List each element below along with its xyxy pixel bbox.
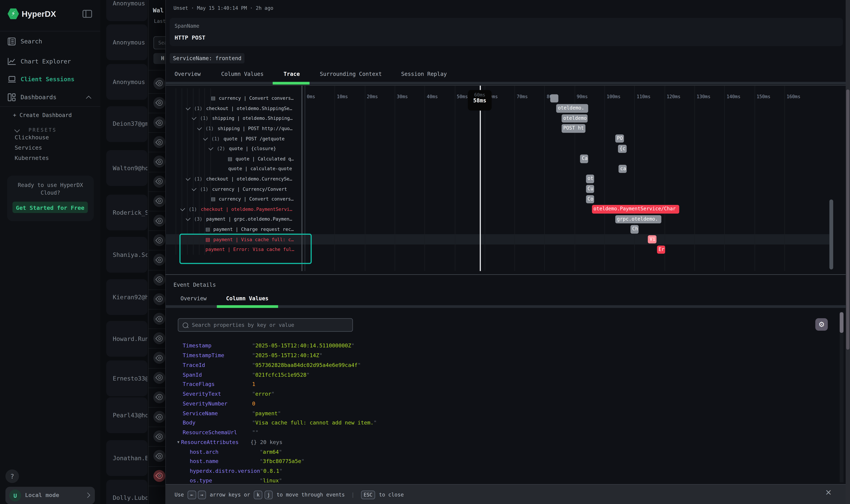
session-filter-chip[interactable]: H	[153, 53, 166, 64]
sidebar-item-search[interactable]: Search	[0, 35, 100, 47]
expand-caret-icon[interactable]: ▾	[177, 440, 179, 445]
chevron-down-icon[interactable]	[192, 185, 196, 191]
property-search-input[interactable]: Search properties by key or value	[178, 318, 353, 332]
trace-row[interactable]: (1)currency | Currency/Convert	[192, 184, 287, 194]
trace-row[interactable]: (1)checkout | oteldemo.PaymentServi…	[181, 204, 292, 214]
collapse-sidebar-icon[interactable]	[82, 10, 92, 18]
span-bar[interactable]: Cu	[586, 185, 594, 193]
presets-toggle[interactable]: PRESETS	[15, 124, 57, 134]
span-bar[interactable]: ca	[619, 165, 627, 173]
session-search-input[interactable]: Sea	[153, 36, 166, 49]
span-bar[interactable]: POST ht	[562, 124, 585, 133]
location-pin-event[interactable]	[153, 450, 165, 462]
trace-row[interactable]: (1)checkout | oteldemo.ShippingSe…	[186, 103, 292, 113]
session-card[interactable]: Dolly.Lubo	[106, 480, 147, 504]
trace-row[interactable]: (1)shipping | POST http://quo…	[197, 124, 292, 133]
create-dashboard-button[interactable]: + Create Dashboard	[13, 112, 72, 118]
span-bar[interactable]	[550, 94, 558, 102]
chevron-down-icon[interactable]	[186, 216, 191, 221]
span-bar[interactable]: grpc.oteldemo.	[615, 215, 661, 223]
chevron-down-icon[interactable]	[186, 176, 191, 181]
local-mode-menu[interactable]: U Local mode	[5, 487, 95, 504]
sidebar-preset-kubernetes[interactable]: Kubernetes	[15, 155, 49, 161]
chevron-down-icon[interactable]	[203, 135, 208, 141]
chevron-down-icon[interactable]	[209, 145, 213, 151]
trace-row[interactable]: quote | calculate-quote	[228, 164, 292, 174]
session-card[interactable]: Pearl43@ho	[106, 397, 147, 433]
chevron-down-icon[interactable]	[192, 115, 196, 120]
location-pin-event[interactable]	[153, 97, 165, 109]
span-bar[interactable]: oteldemo.PaymentService/Char	[592, 205, 680, 213]
session-card[interactable]: Ernesto33@	[106, 360, 147, 396]
tab-column-values[interactable]: Column Values	[226, 295, 268, 301]
sidebar-preset-services[interactable]: Services	[15, 144, 42, 151]
location-pin-event[interactable]	[153, 77, 165, 89]
span-bar[interactable]: ot	[586, 175, 594, 183]
chevron-down-icon[interactable]	[181, 205, 185, 211]
trace-row[interactable]: (2)quote | {closure}	[209, 144, 276, 154]
session-card[interactable]: Howard.Run	[106, 321, 147, 357]
sidebar-preset-clickhouse[interactable]: Clickhouse	[15, 134, 49, 140]
location-pin-event[interactable]	[153, 195, 165, 207]
location-pin-event[interactable]	[153, 156, 165, 167]
session-card[interactable]: Kieran92@h	[106, 279, 147, 315]
session-card[interactable]: Roderick_S	[106, 195, 147, 230]
location-pin-event[interactable]	[153, 176, 165, 187]
trace-row[interactable]: ▤currency | Convert convers…	[211, 194, 294, 204]
drawer-scrollbar-thumb[interactable]	[846, 89, 849, 350]
span-bar[interactable]: oteldemo.	[556, 104, 588, 112]
trace-row[interactable]: (3)payment | grpc.oteldemo.Paymen…	[186, 214, 292, 224]
trace-row[interactable]: ▤payment | Charge request rec…	[205, 224, 294, 234]
sidebar-item-dashboards[interactable]: Dashboards	[0, 91, 100, 103]
span-bar[interactable]: oteldemo	[562, 114, 587, 123]
session-card[interactable]: Anonymous	[106, 64, 147, 100]
trace-row[interactable]: (1)checkout | oteldemo.CurrencySe…	[186, 174, 292, 184]
trace-row[interactable]: ▤currency | Convert convers…	[211, 93, 294, 104]
tab-column-values[interactable]: Column Values	[221, 71, 264, 77]
location-pin-event[interactable]	[153, 431, 165, 443]
location-pin-event[interactable]	[153, 352, 165, 364]
chevron-down-icon[interactable]	[197, 125, 202, 130]
location-pin-event[interactable]	[153, 313, 165, 325]
location-pin-event[interactable]	[153, 116, 165, 128]
sidebar-item-client-sessions[interactable]: Client Sessions	[0, 73, 100, 85]
span-bar[interactable]: Ch	[631, 225, 639, 234]
waterfall-scrollbar-thumb[interactable]	[829, 199, 833, 269]
location-pin-event[interactable]	[153, 234, 165, 246]
tab-trace[interactable]: Trace	[284, 71, 300, 77]
session-card[interactable]: Anonymous	[106, 24, 147, 60]
location-pin-event[interactable]	[153, 136, 165, 148]
trace-row[interactable]: ▤quote | Calculated q…	[228, 154, 294, 164]
location-pin-event[interactable]	[153, 273, 165, 285]
session-card[interactable]: Deion37@gm	[106, 106, 147, 142]
service-name-chip[interactable]: ServiceName: frontend	[170, 53, 245, 64]
get-started-button[interactable]: Get Started for Free	[12, 202, 88, 213]
sidebar-item-chart-explorer[interactable]: Chart Explorer	[0, 55, 100, 67]
location-pin-event[interactable]	[153, 332, 165, 344]
session-card[interactable]: Walton9@ho	[106, 150, 147, 186]
trace-row[interactable]: (1)quote | POST /getquote	[203, 133, 285, 144]
timeline-cursor[interactable]	[480, 86, 481, 271]
gear-icon[interactable]: ⚙	[815, 318, 828, 331]
properties-scrollbar-thumb[interactable]	[840, 312, 844, 333]
session-card[interactable]: Jonathan.B	[106, 440, 147, 476]
location-pin-event[interactable]	[153, 215, 165, 227]
session-card[interactable]: Shaniya.Sc	[106, 237, 147, 273]
properties-scrollbar-track[interactable]	[840, 312, 844, 482]
location-pin-event[interactable]	[153, 254, 165, 266]
tab-overview[interactable]: Overview	[181, 295, 207, 301]
error-pin-event[interactable]	[153, 470, 165, 482]
tab-overview[interactable]: Overview	[175, 71, 201, 77]
span-bar[interactable]: PO	[615, 134, 624, 143]
tab-surrounding-context[interactable]: Surrounding Context	[320, 71, 382, 77]
span-bar[interactable]: Er	[657, 245, 665, 254]
chevron-down-icon[interactable]	[186, 105, 191, 110]
span-bar[interactable]: Co	[586, 195, 594, 203]
location-pin-event[interactable]	[153, 293, 165, 305]
help-button[interactable]: ?	[5, 469, 19, 483]
location-pin-event[interactable]	[153, 391, 165, 403]
property-row-expandable[interactable]: ▾ResourceAttributes{} 20 keys	[183, 437, 283, 447]
span-bar[interactable]: Vi	[648, 235, 656, 244]
span-bar[interactable]: {c	[618, 144, 627, 153]
trace-row[interactable]: (1)shipping | oteldemo.Shipping…	[192, 113, 292, 124]
